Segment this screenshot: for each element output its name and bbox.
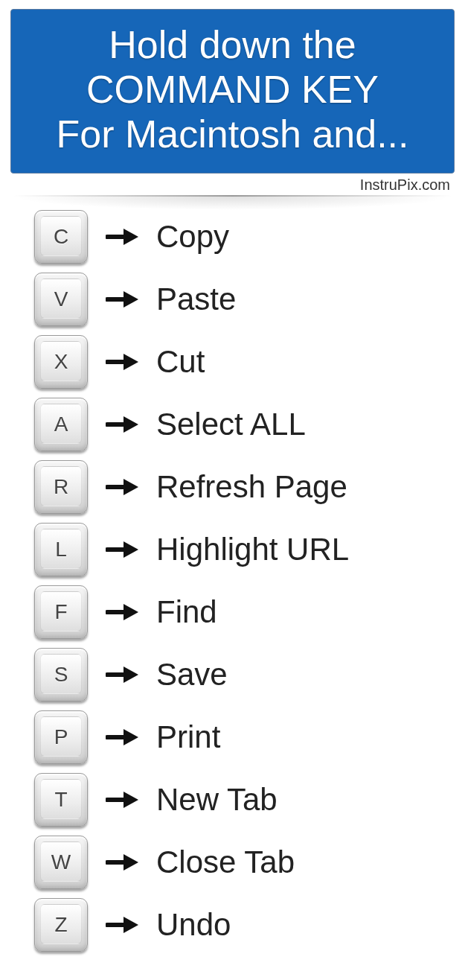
- action-label: New Tab: [156, 782, 278, 818]
- svg-marker-23: [124, 917, 138, 933]
- keycap: C: [34, 210, 88, 264]
- action-label: Paste: [156, 281, 236, 317]
- arrow-icon: [106, 288, 138, 311]
- key-label: W: [51, 850, 71, 874]
- svg-marker-21: [124, 854, 138, 871]
- action-label: Copy: [156, 219, 229, 255]
- arrow-icon: [106, 226, 138, 248]
- svg-marker-15: [124, 666, 138, 683]
- key-label: P: [54, 725, 68, 749]
- svg-marker-13: [124, 604, 138, 620]
- svg-marker-19: [124, 792, 138, 808]
- key-label: F: [54, 600, 67, 624]
- shortcut-row: FFind: [34, 585, 444, 639]
- keycap: Z: [34, 898, 88, 952]
- shortcut-row: ZUndo: [34, 898, 444, 952]
- shortcut-row: PPrint: [34, 710, 444, 764]
- shortcut-row: RRefresh Page: [34, 460, 444, 514]
- keycap: V: [34, 273, 88, 326]
- key-label: R: [54, 475, 68, 499]
- shortcut-list: CCopyVPasteXCutASelect ALLRRefresh PageL…: [0, 210, 465, 952]
- svg-marker-9: [124, 479, 138, 495]
- arrow-icon: [106, 476, 138, 498]
- keycap: X: [34, 335, 88, 389]
- action-label: Cut: [156, 344, 205, 380]
- keycap: W: [34, 836, 88, 889]
- keycap: F: [34, 585, 88, 639]
- arrow-icon: [106, 351, 138, 373]
- attribution-row: InstruPix.com: [0, 174, 465, 194]
- header-line-1: Hold down the: [17, 23, 448, 68]
- key-label: L: [55, 538, 67, 561]
- shortcut-row: CCopy: [34, 210, 444, 264]
- keycap: R: [34, 460, 88, 514]
- action-label: Select ALL: [156, 407, 306, 442]
- header-line-3: For Macintosh and...: [17, 112, 448, 157]
- arrow-icon: [106, 726, 138, 748]
- svg-marker-5: [124, 354, 138, 370]
- arrow-icon: [106, 914, 138, 936]
- key-label: Z: [54, 913, 67, 937]
- action-label: Print: [156, 719, 220, 755]
- header-line-2: COMMAND KEY: [17, 68, 448, 112]
- arrow-icon: [106, 789, 138, 811]
- svg-marker-11: [124, 541, 138, 558]
- keycap: A: [34, 398, 88, 451]
- action-label: Find: [156, 594, 217, 630]
- action-label: Refresh Page: [156, 469, 347, 505]
- svg-marker-1: [124, 229, 138, 245]
- shortcut-row: TNew Tab: [34, 773, 444, 827]
- separator-shadow: [13, 197, 452, 210]
- key-label: V: [54, 287, 68, 311]
- arrow-icon: [106, 664, 138, 686]
- action-label: Highlight URL: [156, 532, 349, 567]
- header-banner: Hold down the COMMAND KEY For Macintosh …: [10, 9, 455, 174]
- svg-marker-17: [124, 729, 138, 745]
- shortcut-row: SSave: [34, 648, 444, 701]
- keycap: P: [34, 710, 88, 764]
- arrow-icon: [106, 601, 138, 623]
- keycap: T: [34, 773, 88, 827]
- svg-marker-3: [124, 291, 138, 308]
- attribution-text: InstruPix.com: [360, 176, 450, 194]
- arrow-icon: [106, 413, 138, 436]
- keycap: L: [34, 523, 88, 576]
- shortcut-row: LHighlight URL: [34, 523, 444, 576]
- key-label: A: [54, 413, 68, 436]
- key-label: S: [54, 663, 68, 687]
- key-label: T: [54, 788, 67, 812]
- shortcut-row: XCut: [34, 335, 444, 389]
- key-label: C: [54, 225, 68, 249]
- shortcut-row: VPaste: [34, 273, 444, 326]
- action-label: Close Tab: [156, 844, 295, 880]
- arrow-icon: [106, 851, 138, 874]
- key-label: X: [54, 350, 68, 374]
- action-label: Save: [156, 657, 228, 693]
- action-label: Undo: [156, 907, 231, 943]
- shortcut-row: ASelect ALL: [34, 398, 444, 451]
- keycap: S: [34, 648, 88, 701]
- arrow-icon: [106, 538, 138, 561]
- svg-marker-7: [124, 416, 138, 433]
- shortcut-row: WClose Tab: [34, 836, 444, 889]
